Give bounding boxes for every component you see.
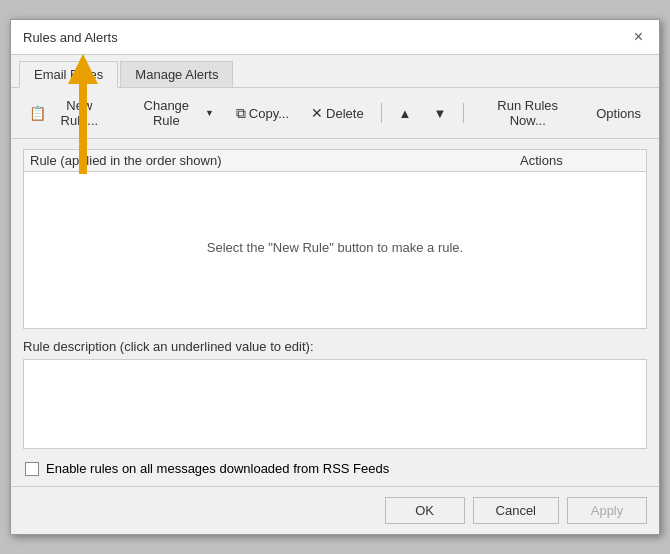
rules-and-alerts-dialog: Rules and Alerts × Email Rules Manage Al… — [10, 19, 660, 535]
empty-message-text: Select the "New Rule" button to make a r… — [207, 240, 463, 255]
move-up-label: ▲ — [399, 106, 412, 121]
separator-2 — [463, 103, 464, 123]
rule-description-label: Rule description (click an underlined va… — [23, 339, 647, 354]
rss-checkbox-row: Enable rules on all messages downloaded … — [23, 461, 647, 476]
new-rule-label: New Rule... — [49, 98, 110, 128]
rules-table[interactable]: Rule (applied in the order shown) Action… — [23, 149, 647, 329]
rules-table-wrapper: Rule (applied in the order shown) Action… — [23, 149, 647, 329]
move-down-button[interactable]: ▼ — [425, 102, 454, 125]
tab-manage-alerts[interactable]: Manage Alerts — [120, 61, 233, 87]
rules-table-header: Rule (applied in the order shown) Action… — [24, 150, 646, 172]
copy-label: Copy... — [249, 106, 289, 121]
delete-label: Delete — [326, 106, 364, 121]
new-rule-button[interactable]: 📋 New Rule... — [21, 94, 118, 132]
footer: OK Cancel Apply — [11, 486, 659, 534]
tab-email-rules[interactable]: Email Rules — [19, 61, 118, 88]
tab-bar: Email Rules Manage Alerts — [11, 55, 659, 88]
apply-button[interactable]: Apply — [567, 497, 647, 524]
change-rule-label: Change Rule — [132, 98, 201, 128]
col-header-rule: Rule (applied in the order shown) — [30, 153, 520, 168]
rules-table-empty-message: Select the "New Rule" button to make a r… — [24, 172, 646, 322]
dialog-title: Rules and Alerts — [23, 30, 118, 45]
options-label: Options — [596, 106, 641, 121]
rule-description-box[interactable] — [23, 359, 647, 449]
col-header-actions: Actions — [520, 153, 640, 168]
new-rule-icon: 📋 — [29, 105, 46, 121]
delete-button[interactable]: ✕ Delete — [303, 101, 372, 125]
run-rules-label: Run Rules Now... — [481, 98, 574, 128]
rss-checkbox-label: Enable rules on all messages downloaded … — [46, 461, 389, 476]
content-area: Rule (applied in the order shown) Action… — [11, 139, 659, 486]
move-up-button[interactable]: ▲ — [391, 102, 420, 125]
copy-button[interactable]: ⧉ Copy... — [228, 101, 297, 126]
cancel-button[interactable]: Cancel — [473, 497, 559, 524]
separator-1 — [381, 103, 382, 123]
title-bar: Rules and Alerts × — [11, 20, 659, 55]
delete-icon: ✕ — [311, 105, 323, 121]
close-button[interactable]: × — [630, 28, 647, 46]
ok-button[interactable]: OK — [385, 497, 465, 524]
options-button[interactable]: Options — [588, 102, 649, 125]
rss-checkbox[interactable] — [25, 462, 39, 476]
change-rule-button[interactable]: Change Rule ▼ — [124, 94, 222, 132]
change-rule-dropdown-icon: ▼ — [205, 108, 214, 118]
rule-description-section: Rule description (click an underlined va… — [23, 339, 647, 449]
toolbar: 📋 New Rule... Change Rule ▼ ⧉ Copy... ✕ … — [11, 88, 659, 139]
copy-icon: ⧉ — [236, 105, 246, 122]
move-down-label: ▼ — [433, 106, 446, 121]
run-rules-button[interactable]: Run Rules Now... — [473, 94, 582, 132]
